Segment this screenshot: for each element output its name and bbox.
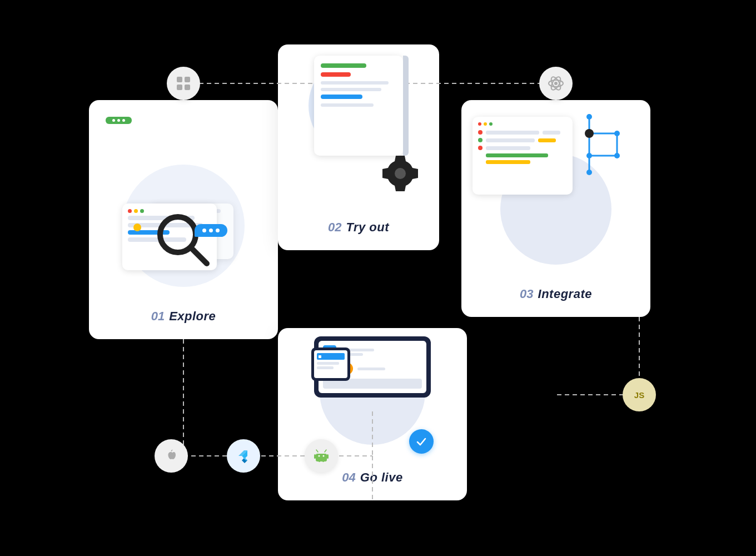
js-connector: JS: [623, 378, 656, 411]
svg-point-40: [614, 131, 620, 136]
tryout-doc: [314, 56, 403, 156]
explore-label: Explore: [169, 309, 216, 324]
grid-connector: [167, 67, 200, 100]
tryout-label-row: 02 Try out: [328, 215, 389, 235]
explore-dot: [133, 224, 141, 231]
svg-point-33: [395, 168, 406, 179]
svg-rect-11: [185, 77, 190, 82]
apple-connector: [155, 439, 188, 473]
flutter-connector: [227, 439, 260, 473]
integrate-code: [472, 117, 573, 195]
js-label: JS: [634, 390, 644, 400]
golive-check-badge: [409, 429, 434, 454]
explore-toolbar: [106, 117, 132, 124]
electron-connector: [539, 67, 573, 100]
svg-rect-12: [177, 85, 182, 90]
svg-point-38: [586, 114, 592, 120]
svg-point-43: [586, 170, 592, 175]
explore-illustration: [89, 100, 278, 304]
explore-magnify: [156, 212, 211, 270]
svg-line-32: [191, 248, 207, 264]
card-golive: 04 Go live: [278, 328, 467, 500]
integrate-label-row: 03 Integrate: [520, 281, 592, 301]
svg-line-30: [325, 450, 326, 452]
tryout-number: 02: [328, 220, 341, 235]
golive-illustration: [278, 328, 467, 465]
golive-number: 04: [342, 470, 355, 485]
tryout-gear: [378, 151, 422, 198]
golive-tablet: [311, 348, 350, 381]
integrate-label: Integrate: [538, 287, 592, 301]
golive-label-row: 04 Go live: [342, 465, 402, 485]
svg-rect-23: [314, 454, 316, 459]
svg-point-17: [554, 82, 558, 85]
integrate-branch: [573, 111, 639, 180]
svg-line-29: [316, 450, 318, 452]
svg-point-27: [319, 455, 320, 457]
explore-label-row: 01 Explore: [151, 304, 216, 324]
diagram-container: JS: [72, 28, 684, 528]
apple-icon: [163, 448, 179, 464]
svg-point-28: [323, 455, 325, 457]
svg-point-39: [585, 129, 594, 138]
svg-point-41: [614, 153, 620, 158]
golive-label: Go live: [360, 470, 403, 485]
card-explore: 01 Explore: [89, 100, 278, 339]
svg-rect-25: [319, 459, 320, 462]
android-icon: [314, 448, 329, 464]
explore-chat-bubble: [195, 224, 227, 237]
svg-rect-22: [316, 454, 327, 461]
svg-point-42: [586, 153, 592, 158]
electron-icon: [548, 75, 564, 92]
svg-rect-13: [185, 85, 190, 90]
integrate-number: 03: [520, 287, 533, 301]
svg-rect-26: [322, 459, 324, 462]
android-connector: [305, 439, 338, 473]
tryout-label: Try out: [346, 220, 389, 235]
flutter-icon: [237, 448, 250, 464]
grid-icon: [176, 76, 191, 91]
card-integrate: 03 Integrate: [461, 100, 650, 317]
tryout-illustration: [278, 44, 439, 215]
integrate-illustration: [461, 100, 650, 281]
card-tryout: 02 Try out: [278, 44, 439, 250]
svg-rect-10: [177, 77, 182, 82]
svg-rect-24: [327, 454, 329, 459]
explore-number: 01: [151, 309, 165, 324]
